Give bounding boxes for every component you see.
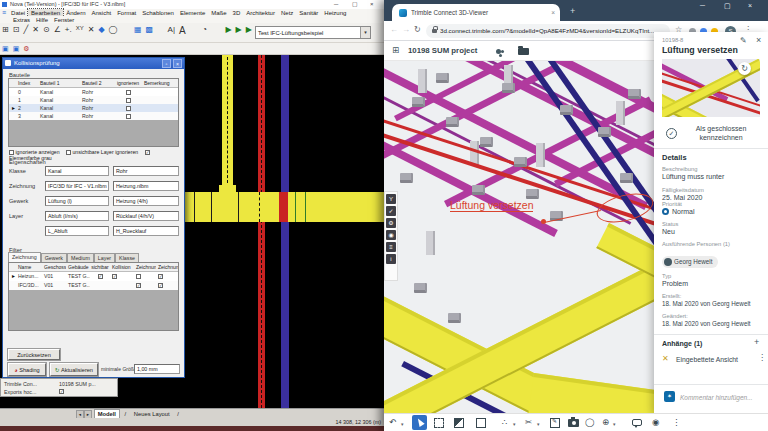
dialog-close-icon[interactable]: × <box>173 59 182 68</box>
attachment-menu-icon[interactable]: ⋮ <box>758 353 766 362</box>
close-icon[interactable]: × <box>370 0 374 9</box>
checkbox[interactable] <box>136 274 141 279</box>
circle-tool-icon[interactable]: ⊙ <box>41 23 52 36</box>
table-row-selected[interactable]: ►2KanalRohr <box>9 104 178 112</box>
prop-field[interactable]: Abluft (l/m/s) <box>45 211 109 221</box>
solid-tool-icon[interactable]: ◆ <box>96 23 106 36</box>
info-icon[interactable]: i <box>386 254 396 264</box>
dialog-titlebar[interactable]: Kollisionsprüfung ▫ × <box>3 58 184 69</box>
close-issue-action[interactable]: Als geschlossen kennzeichnen <box>682 124 760 142</box>
share-users-icon[interactable] <box>496 49 501 54</box>
comment-input[interactable]: Kommentar hinzufügen... <box>680 394 753 401</box>
folder-icon[interactable] <box>518 48 529 55</box>
browser-tab[interactable]: Trimble Connect 3D-Viewer × <box>392 4 560 21</box>
markup-icon[interactable]: ✎ <box>550 418 560 428</box>
cross-tool-icon[interactable]: ✕ <box>86 23 97 36</box>
checkbox[interactable] <box>126 90 131 95</box>
users-icon[interactable]: ◉ <box>386 230 396 240</box>
globe-icon[interactable]: ⊕ <box>602 417 609 427</box>
text-cursor-icon[interactable]: A| <box>166 23 177 36</box>
more-tools-icon[interactable]: ⋮ <box>672 417 681 427</box>
todo-check-icon[interactable]: ✓ <box>386 206 396 216</box>
reload-icon[interactable]: ↻ <box>414 25 421 34</box>
tab-klasse[interactable]: Klasse <box>115 253 139 262</box>
table-row[interactable]: 0KanalRohr <box>9 88 178 96</box>
checkbox[interactable] <box>126 106 131 111</box>
prop-field[interactable]: Lüftung (l) <box>45 196 109 206</box>
prop-field[interactable]: Kanal <box>45 166 109 176</box>
xy-tool-icon[interactable]: XY <box>74 23 86 33</box>
edit-icon[interactable]: ✎ <box>740 36 747 45</box>
export-icon-2[interactable]: ▶ <box>234 23 244 36</box>
checkbox-checked[interactable]: ✓ <box>59 389 64 394</box>
checkbox-checked[interactable]: ✓ <box>112 274 117 279</box>
attachment-name[interactable]: Eingebettete Ansicht <box>676 356 738 363</box>
back-icon[interactable]: ← <box>390 25 398 34</box>
point-tool-icon[interactable]: +. <box>63 23 74 36</box>
grid-view-icon[interactable]: ▦ <box>132 23 144 36</box>
prop-field[interactable]: Rohr <box>113 166 179 176</box>
lasso-icon[interactable]: ◯ <box>585 417 595 427</box>
prop-field[interactable]: Rücklauf (4/h/V) <box>113 211 179 221</box>
maximize-icon[interactable]: ▢ <box>352 0 358 9</box>
forward-icon[interactable]: → <box>402 25 410 34</box>
share-icon[interactable]: Y <box>386 194 396 204</box>
prop-field[interactable]: L_Abluft <box>45 226 109 236</box>
prop-field[interactable]: IFC/3D für IFC - V1.nlbm <box>45 181 109 191</box>
render-icon[interactable]: ◔ <box>200 23 209 36</box>
angle-tool-icon[interactable]: ∠ <box>52 23 63 36</box>
tab-gewerk[interactable]: Gewerk <box>41 253 67 262</box>
undo-icon[interactable]: ↶ <box>389 417 396 427</box>
erase-tool-icon[interactable]: ✕ <box>30 23 41 36</box>
zoom-frame-icon[interactable] <box>476 418 486 428</box>
min-size-input[interactable]: 1,00 mm <box>134 364 180 374</box>
table-row[interactable]: 3KanalRohr <box>9 112 178 120</box>
assignee-chip[interactable]: Georg Hewelt <box>662 256 718 268</box>
browser-minimize-icon[interactable]: ─ <box>700 2 705 9</box>
section-caret-icon[interactable]: ▾ <box>537 421 540 427</box>
ring-tool-icon[interactable]: ◯ <box>107 23 120 36</box>
checkbox-checked[interactable]: ✓ <box>145 150 150 155</box>
grid-view2-icon[interactable]: ▩ <box>144 23 156 36</box>
select-cursor-button[interactable] <box>412 415 427 430</box>
tab-zeichnung[interactable]: Zeichnung <box>8 252 41 262</box>
new-tab-icon[interactable]: + <box>570 6 575 16</box>
project-grid-icon[interactable]: ⊞ <box>392 45 399 55</box>
refresh-view-icon[interactable]: ↻ <box>738 62 751 75</box>
filter-table[interactable]: Name Geschoss Gebäude sichtbar Kollision… <box>8 262 179 331</box>
comments-icon[interactable] <box>632 419 642 426</box>
checkbox[interactable] <box>126 114 131 119</box>
menu-icon[interactable]: ≡ <box>0 9 8 16</box>
checkbox-checked[interactable]: ✓ <box>158 283 163 288</box>
select2-tool-icon[interactable]: ⊡ <box>11 23 22 36</box>
export-icon-1[interactable]: ▶ <box>223 23 233 36</box>
add-attachment-icon[interactable]: + <box>754 337 759 347</box>
tab-medium[interactable]: Medium <box>67 253 94 262</box>
table-row[interactable]: 1KanalRohr <box>9 96 178 104</box>
select-tool-icon[interactable]: ⊞ <box>0 23 11 36</box>
tab-close-icon[interactable]: × <box>551 4 555 21</box>
reset-button[interactable]: Zurücksetzen <box>8 349 60 360</box>
bauteile-table[interactable]: Index Bauteil 1 Bauteil 2 ignorieren Bem… <box>8 78 179 147</box>
tab-layer[interactable]: Layer <box>94 253 115 262</box>
invert-selection-icon[interactable] <box>454 418 464 428</box>
markup-annotation-text[interactable]: Lüftung versetzen <box>450 199 533 212</box>
browser-maximize-icon[interactable]: ▢ <box>724 2 731 10</box>
window-icon-2[interactable]: ▣ <box>11 43 22 55</box>
panel-close-icon[interactable]: × <box>756 35 761 45</box>
minimize-icon[interactable]: ─ <box>334 0 338 9</box>
drawing-preset-select[interactable]: Test IFC-Lüftungsbeispiel▾ <box>255 26 371 39</box>
camera-icon[interactable] <box>568 419 579 427</box>
marquee-select-icon[interactable] <box>434 418 444 428</box>
dialog-maximize-icon[interactable]: ▫ <box>162 59 171 68</box>
undo-caret-icon[interactable]: ▾ <box>401 421 404 427</box>
prop-field[interactable]: H_Ruecklauf <box>113 226 179 236</box>
filter-row[interactable]: IFC/3D... V01 TEST G... ✓ ✓ <box>9 281 178 290</box>
update-button[interactable]: ↻ Aktualisieren <box>50 363 98 376</box>
filter-row-selected[interactable]: ► Heizun... V01 TEST G... ✓ ✓ ✓ <box>9 272 178 281</box>
browser-close-icon[interactable]: × <box>748 2 752 9</box>
measure-caret-icon[interactable]: ▾ <box>513 421 516 427</box>
location-pin-icon[interactable]: ◉ <box>652 417 659 427</box>
measure-icon[interactable]: ∴ <box>502 417 507 427</box>
export-icon-3[interactable]: ▶ <box>244 23 254 36</box>
